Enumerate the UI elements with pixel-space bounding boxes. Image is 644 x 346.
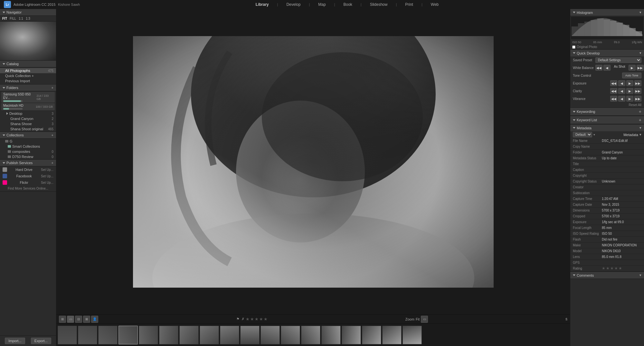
publish-facebook-setup[interactable]: Set Up... [41, 174, 53, 178]
filmstrip-thumb-0[interactable] [58, 326, 77, 344]
filmstrip-thumb-6[interactable] [179, 326, 199, 344]
keywording-expand-icon[interactable]: + [639, 109, 641, 114]
catalog-item-all-photos[interactable]: All Photographs 475 [0, 68, 56, 73]
filmstrip-thumb-4[interactable] [139, 326, 158, 344]
compare-view-btn[interactable]: ⊟ [75, 316, 82, 323]
rating-star-4[interactable]: ★ [614, 266, 618, 271]
clarity-up-btn[interactable]: ▶ [626, 88, 633, 94]
top-nav-item-book[interactable]: Book [341, 1, 354, 8]
loupe-view-btn[interactable]: ▭ [67, 316, 74, 323]
wb-prev-small-btn[interactable]: ◀ [603, 65, 611, 71]
survey-view-btn[interactable]: ⊠ [83, 316, 90, 323]
histogram-header[interactable]: Histogram ▾ [570, 9, 644, 16]
quick-develop-expand-icon[interactable]: ▾ [639, 51, 641, 55]
keywording-header[interactable]: Keywording + [570, 108, 644, 116]
meta-val-capture-date[interactable]: Nov 3, 2015 [602, 202, 641, 207]
exp-down-btn[interactable]: ◀ [618, 80, 625, 86]
folder-desktop[interactable]: Desktop 3 [0, 111, 56, 116]
star-5[interactable]: ★ [264, 317, 268, 321]
zoom-1-1-btn[interactable]: 1:1 [18, 16, 24, 21]
meta-val-flash[interactable]: Did not fire [602, 237, 641, 242]
filmstrip-thumb-2[interactable] [98, 326, 118, 344]
meta-val-copyright-status[interactable]: Unknown [602, 179, 641, 184]
drive-samsung[interactable]: Samsung SSD 850 EV... 214 / 233 GB [1, 92, 55, 103]
filmstrip-thumb-1[interactable] [78, 326, 97, 344]
reset-all-btn[interactable]: Reset All [570, 103, 644, 107]
collection-g[interactable]: G [0, 139, 56, 144]
tone-auto-btn[interactable]: Auto Tone [622, 73, 641, 78]
drive-macintosh[interactable]: Macintosh HD 100 / 333 GB [1, 103, 55, 110]
meta-val-focal-length[interactable]: 85 mm [602, 225, 641, 230]
meta-val-iso-speed-rating[interactable]: ISO 50 [602, 231, 641, 236]
filmstrip-thumb-15[interactable] [362, 326, 381, 344]
collections-header[interactable]: Collections + [0, 132, 56, 139]
top-nav-item-library[interactable]: Library [254, 1, 271, 8]
image-viewport[interactable] [56, 9, 570, 314]
folder-grand-canyon[interactable]: Grand Canyon 2 [0, 116, 56, 121]
reject-flag-icon[interactable]: ✗ [242, 317, 244, 321]
meta-val-exposure[interactable]: 1/fg sec at f/9.0 [602, 220, 641, 224]
original-photo-checkbox[interactable] [572, 45, 575, 49]
exp-up-btn[interactable]: ▶ [626, 80, 633, 86]
vibrance-down-big-btn[interactable]: ◀◀ [610, 96, 617, 102]
top-nav-item-slideshow[interactable]: Slideshow [368, 1, 390, 8]
quick-develop-header[interactable]: Quick Develop ▾ [570, 50, 644, 56]
filmstrip-thumb-14[interactable] [342, 326, 361, 344]
filmstrip-thumb-11[interactable] [281, 326, 300, 344]
meta-val-make[interactable]: NIKON CORPORATION [602, 243, 641, 248]
meta-val-folder[interactable]: Grand Canyon [602, 150, 641, 155]
publish-add-icon[interactable]: + [52, 161, 53, 165]
folder-shana-shooe[interactable]: Shana Shooe 3 [0, 121, 56, 126]
meta-val-capture-time[interactable]: 1:20:47 AM [602, 196, 641, 201]
metadata-expand-icon[interactable]: ▾ [639, 126, 641, 130]
filmstrip-thumb-5[interactable] [159, 326, 178, 344]
collection-d750[interactable]: D750 Review 0 [0, 154, 56, 159]
top-nav-item-print[interactable]: Print [403, 1, 415, 8]
vibrance-up-big-btn[interactable]: ▶▶ [634, 96, 641, 102]
zoom-1-3-btn[interactable]: 1:3 [25, 16, 31, 21]
catalog-item-previous-import[interactable]: Previous Import [0, 78, 56, 84]
metadata-preset-select[interactable]: Default [573, 132, 592, 137]
filmstrip-thumb-12[interactable] [301, 326, 320, 344]
filmstrip-thumb-13[interactable] [321, 326, 341, 344]
top-nav-item-map[interactable]: Map [316, 1, 327, 8]
wb-prev-btn[interactable]: ◀◀ [595, 65, 602, 71]
histogram-expand-icon[interactable]: ▾ [639, 10, 641, 15]
rating-star-2[interactable]: ★ [606, 266, 610, 271]
collection-smart[interactable]: Smart Collections [0, 144, 56, 149]
navigator-header[interactable]: Navigator [0, 9, 56, 16]
rating-star-1[interactable]: ★ [602, 266, 605, 271]
zoom-fit-icon-btn[interactable]: ▭ [421, 316, 428, 323]
comments-expand-icon[interactable]: ▾ [639, 273, 641, 277]
comments-header[interactable]: Comments ▾ [570, 272, 644, 279]
filmstrip-thumb-7[interactable] [200, 326, 219, 344]
folder-shana-original[interactable]: Shana Shoot original 465 [0, 126, 56, 132]
meta-val-lens[interactable]: 85.0 mm f/1.8 [602, 254, 641, 259]
publish-harddrive-setup[interactable]: Set Up... [41, 168, 53, 172]
wb-next-btn[interactable]: ▶▶ [637, 65, 644, 71]
find-more-services[interactable]: Find More Services Online... [0, 186, 56, 191]
clarity-down-btn[interactable]: ◀ [618, 88, 625, 94]
vibrance-down-btn[interactable]: ◀ [618, 96, 625, 102]
rating-stars[interactable]: ★ ★ ★ ★ ★ [602, 266, 622, 271]
filmstrip[interactable] [56, 323, 570, 346]
filmstrip-thumb-8[interactable] [220, 326, 239, 344]
star-2[interactable]: ★ [250, 317, 254, 321]
saved-preset-select[interactable]: Default Settings [595, 57, 641, 63]
collections-add-icon[interactable]: + [52, 133, 53, 137]
export-button[interactable]: Export... [31, 338, 51, 344]
zoom-fill-btn[interactable]: FILL [9, 16, 17, 21]
clarity-up-big-btn[interactable]: ▶▶ [634, 88, 641, 94]
meta-val-dimensions[interactable]: 5700 x 3719 [602, 208, 641, 213]
metadata-dropdown-icon[interactable]: ▾ [639, 133, 641, 137]
top-nav-item-web[interactable]: Web [429, 1, 440, 8]
star-4[interactable]: ★ [259, 317, 263, 321]
folders-header[interactable]: Folders + [0, 84, 56, 91]
vibrance-up-btn[interactable]: ▶ [626, 96, 633, 102]
keyword-list-expand-icon[interactable]: + [639, 117, 641, 123]
zoom-fit-btn[interactable]: FIT [1, 16, 8, 21]
rating-star-3[interactable]: ★ [610, 266, 614, 271]
publish-harddrive[interactable]: Hard Drive Set Up... [0, 166, 56, 173]
flag-icon[interactable]: ⚑ [236, 317, 240, 321]
meta-val-cropped[interactable]: 5700 x 3719 [602, 214, 641, 219]
